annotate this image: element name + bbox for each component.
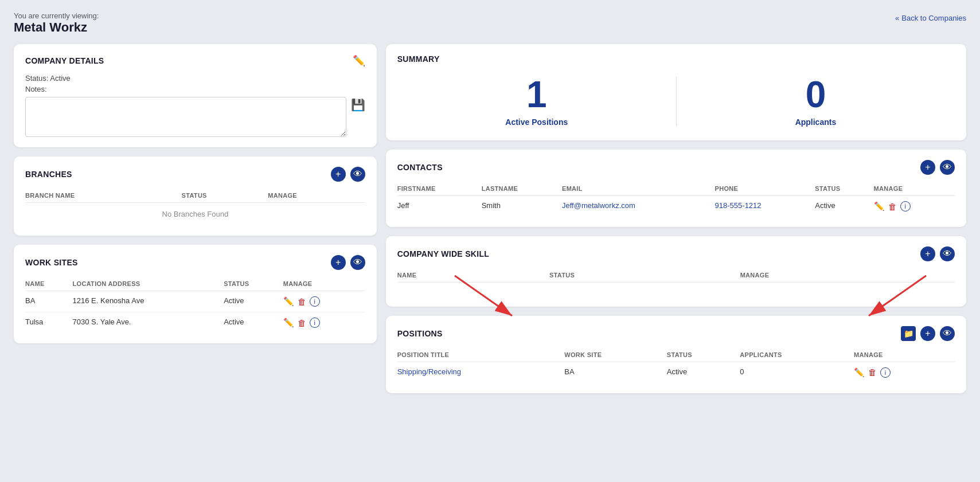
contact-manage: ✏️ 🗑 i bbox=[874, 196, 955, 217]
notes-save-button[interactable]: 💾 bbox=[351, 97, 365, 112]
notes-label: Notes: bbox=[25, 85, 365, 93]
contact-delete-button[interactable]: 🗑 bbox=[888, 202, 897, 211]
skill-add-button[interactable]: + bbox=[920, 246, 935, 261]
viewing-label: You are currently viewing: bbox=[14, 11, 99, 20]
pos-info-button[interactable]: i bbox=[880, 367, 891, 378]
ws-status: Active bbox=[224, 291, 283, 312]
ws-col-manage: MANAGE bbox=[283, 277, 365, 291]
applicants-label: Applicants bbox=[677, 117, 955, 127]
ws-delete-button[interactable]: 🗑 bbox=[298, 297, 306, 307]
work-site-row: Tulsa 7030 S. Yale Ave. Active ✏️ 🗑 i bbox=[25, 312, 365, 334]
pos-worksite: BA bbox=[564, 362, 667, 383]
ws-name: BA bbox=[25, 291, 73, 312]
contacts-col-status: STATUS bbox=[815, 182, 873, 196]
skill-col-name: NAME bbox=[397, 268, 549, 283]
work-sites-view-button[interactable]: 👁 bbox=[350, 255, 365, 270]
work-sites-title: WORK SITES bbox=[25, 258, 78, 267]
pos-status: Active bbox=[667, 362, 740, 383]
position-row: Shipping/Receiving BA Active 0 ✏️ 🗑 i bbox=[397, 362, 955, 383]
contact-row: Jeff Smith Jeff@metalworkz.com 918-555-1… bbox=[397, 196, 955, 217]
ws-col-name: NAME bbox=[25, 277, 73, 291]
back-to-companies-link[interactable]: « Back to Companies bbox=[895, 14, 966, 22]
positions-view-button[interactable]: 👁 bbox=[940, 326, 955, 341]
back-to-companies-label: Back to Companies bbox=[901, 14, 966, 22]
back-chevron-icon: « bbox=[895, 14, 899, 22]
ws-delete-button[interactable]: 🗑 bbox=[298, 318, 306, 328]
branches-card: BRANCHES + 👁 BRANCH NAME STATUS MANAGE bbox=[14, 156, 377, 236]
pos-col-status: STATUS bbox=[667, 348, 740, 362]
branches-add-button[interactable]: + bbox=[331, 167, 346, 182]
positions-add-button[interactable]: + bbox=[920, 326, 935, 341]
skill-empty-row bbox=[397, 283, 955, 296]
summary-title: SUMMARY bbox=[397, 54, 440, 64]
work-sites-card: WORK SITES + 👁 NAME LOCATION ADDRESS STA… bbox=[14, 245, 377, 343]
contacts-col-firstname: FIRSTNAME bbox=[397, 182, 482, 196]
work-sites-add-button[interactable]: + bbox=[331, 255, 346, 270]
branches-col-name: BRANCH NAME bbox=[25, 189, 182, 203]
contact-lastname: Smith bbox=[482, 196, 562, 217]
contacts-table: FIRSTNAME LASTNAME EMAIL PHONE STATUS MA… bbox=[397, 182, 955, 217]
pos-col-manage: MANAGE bbox=[854, 348, 955, 362]
pos-col-title: POSITION TITLE bbox=[397, 348, 565, 362]
positions-card: POSITIONS 📁 + 👁 POSITION TITLE WORK SITE… bbox=[386, 316, 966, 393]
branches-col-status: STATUS bbox=[182, 189, 268, 203]
ws-address: 1216 E. Kenosha Ave bbox=[73, 291, 224, 312]
contacts-view-button[interactable]: 👁 bbox=[940, 160, 955, 175]
notes-textarea[interactable] bbox=[25, 97, 346, 137]
applicants-summary: 0 Applicants bbox=[676, 76, 955, 127]
ws-status: Active bbox=[224, 312, 283, 334]
contacts-col-email: EMAIL bbox=[562, 182, 715, 196]
ws-manage: ✏️ 🗑 i bbox=[283, 291, 365, 312]
active-positions-summary: 1 Active Positions bbox=[397, 76, 676, 127]
contact-email-link[interactable]: Jeff@metalworkz.com bbox=[562, 201, 635, 210]
positions-folder-button[interactable]: 📁 bbox=[901, 326, 916, 341]
contact-phone: 918-555-1212 bbox=[715, 196, 815, 217]
branches-table: BRANCH NAME STATUS MANAGE No Branches Fo… bbox=[25, 189, 365, 225]
branches-no-data-row: No Branches Found bbox=[25, 203, 365, 226]
active-positions-label: Active Positions bbox=[397, 117, 676, 127]
company-status: Status: Active bbox=[25, 74, 365, 83]
active-positions-count: 1 bbox=[397, 76, 676, 113]
work-site-row: BA 1216 E. Kenosha Ave Active ✏️ 🗑 i bbox=[25, 291, 365, 312]
ws-col-address: LOCATION ADDRESS bbox=[73, 277, 224, 291]
branches-col-manage: MANAGE bbox=[268, 189, 365, 203]
pos-col-worksite: WORK SITE bbox=[564, 348, 667, 362]
company-name: Metal Workz bbox=[14, 20, 99, 35]
ws-address: 7030 S. Yale Ave. bbox=[73, 312, 224, 334]
contacts-add-button[interactable]: + bbox=[920, 160, 935, 175]
branches-view-button[interactable]: 👁 bbox=[350, 167, 365, 182]
ws-info-button[interactable]: i bbox=[310, 318, 320, 328]
pos-edit-button[interactable]: ✏️ bbox=[854, 367, 865, 378]
company-wide-skill-card: COMPANY WIDE SKILL + 👁 NAME STATUS MANAG… bbox=[386, 236, 966, 307]
contact-firstname: Jeff bbox=[397, 196, 482, 217]
ws-manage: ✏️ 🗑 i bbox=[283, 312, 365, 334]
positions-title: POSITIONS bbox=[397, 329, 443, 338]
contacts-col-phone: PHONE bbox=[715, 182, 815, 196]
pos-col-applicants: APPLICANTS bbox=[740, 348, 854, 362]
skill-col-manage: MANAGE bbox=[740, 268, 955, 283]
pos-manage: ✏️ 🗑 i bbox=[854, 362, 955, 383]
company-details-card: COMPANY DETAILS ✏️ Status: Active Notes:… bbox=[14, 44, 377, 147]
skill-table: NAME STATUS MANAGE bbox=[397, 268, 955, 296]
contacts-title: CONTACTS bbox=[397, 163, 443, 172]
company-details-title: COMPANY DETAILS bbox=[25, 56, 104, 65]
contact-edit-button[interactable]: ✏️ bbox=[874, 201, 885, 211]
contacts-card: CONTACTS + 👁 FIRSTNAME LASTNAME EMAIL PH… bbox=[386, 150, 966, 227]
work-sites-table: NAME LOCATION ADDRESS STATUS MANAGE BA 1… bbox=[25, 277, 365, 333]
contacts-col-lastname: LASTNAME bbox=[482, 182, 562, 196]
branches-title: BRANCHES bbox=[25, 170, 72, 179]
ws-info-button[interactable]: i bbox=[310, 296, 320, 307]
contact-info-button[interactable]: i bbox=[900, 201, 911, 211]
contact-email: Jeff@metalworkz.com bbox=[562, 196, 715, 217]
ws-col-status: STATUS bbox=[224, 277, 283, 291]
contacts-col-manage: MANAGE bbox=[874, 182, 955, 196]
ws-edit-button[interactable]: ✏️ bbox=[283, 296, 294, 307]
skill-view-button[interactable]: 👁 bbox=[940, 246, 955, 261]
position-title-link[interactable]: Shipping/Receiving bbox=[397, 367, 461, 376]
pos-delete-button[interactable]: 🗑 bbox=[868, 367, 877, 377]
ws-edit-button[interactable]: ✏️ bbox=[283, 318, 294, 328]
ws-name: Tulsa bbox=[25, 312, 73, 334]
contact-phone-link[interactable]: 918-555-1212 bbox=[715, 201, 762, 210]
company-details-edit-button[interactable]: ✏️ bbox=[353, 54, 365, 67]
branches-no-data: No Branches Found bbox=[25, 203, 365, 226]
